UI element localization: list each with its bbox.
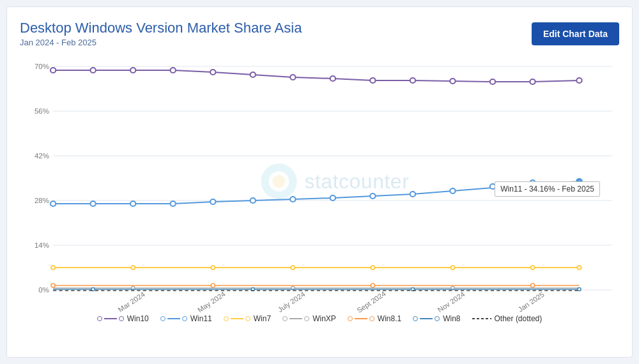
svg-point-44 — [410, 192, 415, 197]
svg-point-28 — [330, 76, 335, 81]
svg-point-41 — [290, 197, 295, 202]
svg-text:July 2024: July 2024 — [276, 291, 306, 314]
svg-point-51 — [131, 266, 135, 269]
svg-point-54 — [371, 266, 374, 269]
svg-point-47 — [530, 180, 535, 185]
svg-point-27 — [290, 75, 295, 80]
svg-point-50 — [51, 266, 55, 269]
svg-point-59 — [211, 284, 215, 287]
svg-point-21 — [50, 68, 56, 73]
legend-icon-win8 — [413, 316, 440, 321]
svg-point-22 — [90, 68, 95, 73]
svg-point-26 — [250, 72, 256, 77]
legend-item-win8-1[interactable]: Win8.1 — [348, 314, 401, 323]
svg-point-57 — [577, 266, 581, 269]
chart-svg: 70% 56% 42% 28% 14% 0% Mar 2024 May 2024… — [20, 54, 619, 309]
chart-area: statcounter Win11 - 34.16% - Feb 2025 70… — [20, 54, 619, 309]
legend-icon-win7 — [224, 316, 250, 321]
svg-point-30 — [410, 78, 415, 83]
legend-label-win8: Win8 — [443, 314, 460, 323]
svg-text:70%: 70% — [35, 63, 49, 71]
svg-point-42 — [330, 195, 335, 201]
svg-point-38 — [171, 201, 176, 206]
svg-text:42%: 42% — [35, 153, 49, 160]
svg-point-49 — [575, 178, 583, 185]
legend-item-win10[interactable]: Win10 — [97, 314, 149, 323]
svg-point-24 — [171, 68, 176, 73]
svg-text:Mar 2024: Mar 2024 — [117, 291, 147, 314]
svg-point-29 — [370, 78, 375, 83]
legend-label-win8-1: Win8.1 — [378, 314, 401, 323]
legend-icon-win8-1 — [348, 316, 374, 321]
svg-point-33 — [530, 79, 535, 84]
svg-text:56%: 56% — [35, 108, 49, 116]
svg-point-55 — [450, 266, 454, 269]
legend-item-win11[interactable]: Win11 — [160, 314, 212, 323]
edit-chart-data-button[interactable]: Edit Chart Data — [532, 22, 619, 45]
svg-point-46 — [490, 184, 495, 189]
svg-point-32 — [490, 79, 495, 84]
svg-point-39 — [210, 199, 215, 204]
svg-text:28%: 28% — [35, 197, 49, 205]
svg-text:Jan 2025: Jan 2025 — [516, 291, 546, 314]
svg-point-68 — [578, 288, 581, 291]
header-row: Desktop Windows Version Market Share Asi… — [20, 20, 619, 47]
legend-item-other[interactable]: Other (dotted) — [472, 314, 543, 323]
svg-point-53 — [291, 266, 295, 269]
svg-text:14%: 14% — [35, 242, 49, 250]
svg-point-56 — [530, 266, 534, 269]
svg-point-45 — [450, 188, 455, 193]
svg-point-60 — [371, 284, 374, 287]
legend-icon-win11 — [160, 316, 187, 321]
svg-text:May 2024: May 2024 — [196, 291, 227, 314]
legend-item-win7[interactable]: Win7 — [224, 314, 271, 323]
svg-point-61 — [530, 284, 534, 287]
legend-label-win11: Win11 — [190, 314, 212, 323]
legend-item-win8[interactable]: Win8 — [413, 314, 460, 323]
chart-container: Desktop Windows Version Market Share Asi… — [6, 6, 633, 358]
chart-legend: Win10 Win11 Win7 — [20, 314, 619, 323]
legend-icon-win10 — [97, 316, 124, 321]
svg-point-43 — [370, 193, 375, 199]
svg-point-34 — [576, 78, 581, 83]
svg-point-52 — [211, 266, 215, 269]
svg-point-31 — [450, 79, 455, 84]
svg-text:0%: 0% — [38, 287, 49, 294]
legend-label-winxp: WinXP — [312, 314, 336, 323]
legend-icon-other — [472, 315, 491, 322]
title-block: Desktop Windows Version Market Share Asi… — [20, 20, 302, 47]
legend-label-other: Other (dotted) — [495, 314, 543, 323]
svg-point-37 — [130, 201, 135, 206]
svg-point-58 — [51, 284, 55, 287]
svg-point-35 — [50, 201, 56, 206]
svg-text:Sept 2024: Sept 2024 — [355, 290, 387, 314]
legend-label-win10: Win10 — [127, 314, 149, 323]
legend-icon-winxp — [282, 316, 309, 321]
svg-point-23 — [130, 68, 135, 73]
svg-point-40 — [250, 198, 256, 203]
svg-text:Nov 2024: Nov 2024 — [436, 291, 466, 314]
svg-point-25 — [210, 70, 215, 75]
chart-subtitle: Jan 2024 - Feb 2025 — [20, 38, 302, 47]
legend-item-winxp[interactable]: WinXP — [282, 314, 336, 323]
chart-title: Desktop Windows Version Market Share Asi… — [20, 20, 302, 36]
svg-point-36 — [90, 201, 95, 206]
legend-label-win7: Win7 — [254, 314, 271, 323]
